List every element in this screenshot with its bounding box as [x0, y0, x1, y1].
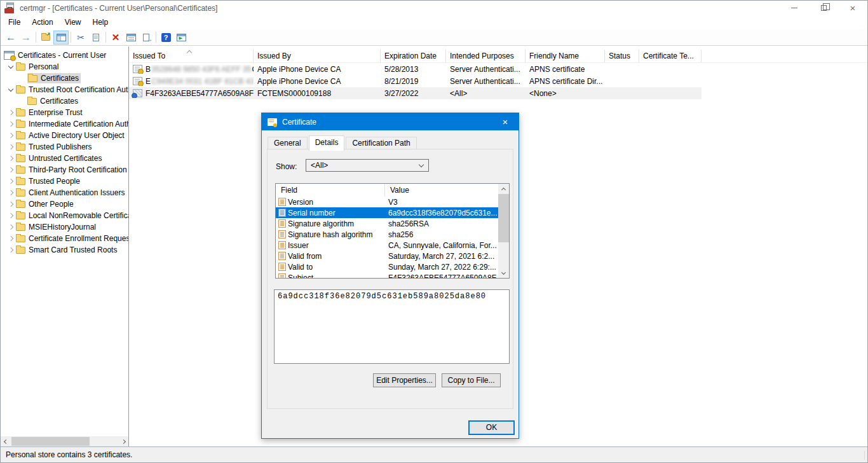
- grid-header: Field Value: [276, 184, 509, 197]
- expand-toggle[interactable]: [6, 214, 16, 218]
- delete-button[interactable]: ✕: [108, 31, 123, 45]
- forward-button[interactable]: →: [18, 31, 34, 45]
- tree-item-personal-certificates[interactable]: Certificates: [1, 73, 128, 84]
- expand-toggle[interactable]: [6, 122, 16, 126]
- tree-item-enterprise-trust[interactable]: Enterprise Trust: [1, 107, 128, 118]
- copy-button[interactable]: [88, 31, 104, 45]
- tree-item-personal[interactable]: Personal: [1, 61, 128, 73]
- ok-button[interactable]: OK: [468, 420, 515, 435]
- tree-item-trusted-people[interactable]: Trusted People: [1, 176, 128, 187]
- column-header-status[interactable]: Status: [605, 50, 639, 62]
- field-value-detail-box[interactable]: 6a9dcc318f36e82079d5c631eb589a8025da8e80: [274, 289, 510, 364]
- expand-toggle[interactable]: [6, 89, 16, 91]
- new-window-button[interactable]: [173, 31, 189, 45]
- tab-details[interactable]: Details: [309, 135, 345, 151]
- expand-toggle[interactable]: [6, 237, 16, 240]
- field-row[interactable]: Valid from Saturday, March 27, 2021 6:2.…: [276, 251, 499, 261]
- edit-properties-button[interactable]: Edit Properties...: [373, 373, 436, 387]
- folder-icon: [16, 109, 25, 116]
- tree-item-smart-card-trusted-roots[interactable]: Smart Card Trusted Roots: [1, 244, 128, 256]
- chevron-right-icon: [8, 179, 13, 184]
- scroll-left-arrow[interactable]: [1, 436, 11, 446]
- tree-item-msie-history-journal[interactable]: MSIEHistoryJournal: [1, 221, 128, 233]
- column-header-intended-purposes[interactable]: Intended Purposes: [446, 50, 526, 62]
- dialog-close-button[interactable]: ×: [492, 113, 519, 130]
- expand-toggle[interactable]: [6, 179, 16, 183]
- column-header-issued-by[interactable]: Issued By: [254, 50, 381, 62]
- tree-item-cert-enrollment-requests[interactable]: Certificate Enrollment Requests: [1, 233, 128, 244]
- field-row[interactable]: Subject F4F3263AEBE54777A6509A8F...: [276, 272, 499, 279]
- chevron-left-icon: [3, 439, 8, 443]
- tab-certification-path[interactable]: Certification Path: [346, 137, 416, 149]
- expand-toggle[interactable]: [6, 134, 16, 137]
- expand-toggle[interactable]: [6, 248, 16, 252]
- expand-toggle[interactable]: [6, 66, 16, 68]
- tree-root-certificates-current-user[interactable]: Certificates - Current User: [1, 50, 128, 61]
- export-list-button[interactable]: [139, 31, 154, 45]
- tree-item-client-auth-issuers[interactable]: Client Authentication Issuers: [1, 187, 128, 198]
- field-row[interactable]: Signature hash algorithm sha256: [276, 229, 499, 240]
- scroll-right-arrow[interactable]: [118, 436, 128, 446]
- help-button[interactable]: ?: [158, 31, 173, 45]
- column-header-friendly-name[interactable]: Friendly Name: [526, 50, 605, 62]
- tree-horizontal-scrollbar[interactable]: [1, 436, 128, 446]
- tree-item-other-people[interactable]: Other People: [1, 198, 128, 210]
- field-row-selected[interactable]: Serial number 6a9dcc318f36e82079d5c631e.…: [276, 207, 499, 218]
- grid-vertical-scrollbar[interactable]: [498, 184, 509, 278]
- tab-general[interactable]: General: [268, 137, 308, 149]
- scroll-up-arrow[interactable]: [498, 184, 509, 193]
- expand-toggle[interactable]: [6, 202, 16, 206]
- field-row[interactable]: Valid to Sunday, March 27, 2022 6:29:...: [276, 261, 499, 272]
- certificate-row[interactable]: EC949E34 0031 41BF 81CB 43C... Apple iPh…: [129, 75, 702, 87]
- tree-item-trusted-root-certificates[interactable]: Certificates: [1, 95, 128, 107]
- properties-button[interactable]: [123, 31, 139, 45]
- tree-item-trusted-root[interactable]: Trusted Root Certification Authorities: [1, 84, 128, 95]
- up-folder-icon: [41, 34, 50, 41]
- issued-by-cell: FCTEMS0000109188: [254, 89, 381, 98]
- field-row[interactable]: Version V3: [276, 197, 499, 207]
- expand-toggle[interactable]: [6, 168, 16, 172]
- scrollbar-thumb[interactable]: [498, 194, 509, 242]
- tree-item-ad-user-object[interactable]: Active Directory User Object: [1, 130, 128, 141]
- back-button[interactable]: ←: [3, 31, 18, 45]
- menu-view[interactable]: View: [59, 16, 87, 29]
- field-row[interactable]: Issuer CA, Sunnyvale, California, For...: [276, 240, 499, 251]
- close-button[interactable]: ×: [838, 1, 867, 15]
- tree-item-label: Certificates: [40, 97, 78, 106]
- restore-button[interactable]: [809, 1, 838, 15]
- window-controls: ×: [780, 1, 867, 15]
- tree-item-untrusted-certificates[interactable]: Untrusted Certificates: [1, 153, 128, 164]
- tree-item-third-party-root[interactable]: Third-Party Root Certification Authoriti…: [1, 164, 128, 176]
- folder-icon: [16, 144, 25, 151]
- grid-header-field[interactable]: Field: [276, 184, 385, 197]
- field-row[interactable]: Signature algorithm sha256RSA: [276, 218, 499, 229]
- title-bar: certmgr - [Certificates - Current User\P…: [1, 1, 867, 15]
- expand-toggle[interactable]: [6, 156, 16, 160]
- cut-button[interactable]: ✂: [73, 31, 88, 45]
- expand-toggle[interactable]: [6, 191, 16, 195]
- field-value: Saturday, March 27, 2021 6:2...: [385, 252, 499, 261]
- tree-item-local-nonremovable[interactable]: Local NonRemovable Certificates: [1, 210, 128, 221]
- column-header-certificate-template[interactable]: Certificate Te...: [639, 50, 702, 62]
- expand-toggle[interactable]: [6, 225, 16, 229]
- tree-item-label: Trusted People: [29, 177, 80, 186]
- column-header-expiration-date[interactable]: Expiration Date: [381, 50, 446, 62]
- scroll-down-arrow[interactable]: [498, 268, 509, 278]
- tree-item-trusted-publishers[interactable]: Trusted Publishers: [1, 141, 128, 153]
- expand-toggle[interactable]: [6, 145, 16, 149]
- copy-to-file-button[interactable]: Copy to File...: [442, 373, 501, 387]
- show-dropdown[interactable]: <All>: [306, 159, 429, 172]
- certificate-row-selected[interactable]: F4F3263AEBE54777A6509A8FCC... FCTEMS0000…: [129, 87, 702, 99]
- show-console-tree-button[interactable]: [53, 31, 69, 45]
- up-one-level-button[interactable]: [38, 31, 53, 45]
- menu-help[interactable]: Help: [87, 16, 114, 29]
- tree-item-intermediate-ca[interactable]: Intermediate Certification Authorities: [1, 118, 128, 130]
- scrollbar-thumb[interactable]: [11, 437, 90, 446]
- grid-header-value[interactable]: Value: [385, 184, 509, 197]
- menu-file[interactable]: File: [3, 16, 26, 29]
- expand-toggle[interactable]: [6, 111, 16, 114]
- menu-action[interactable]: Action: [26, 16, 58, 29]
- certificate-row[interactable]: B3528648 9850 43F6 AEFF 35C... Apple iPh…: [129, 63, 702, 75]
- minimize-button[interactable]: [780, 1, 809, 15]
- folder-icon: [16, 167, 25, 174]
